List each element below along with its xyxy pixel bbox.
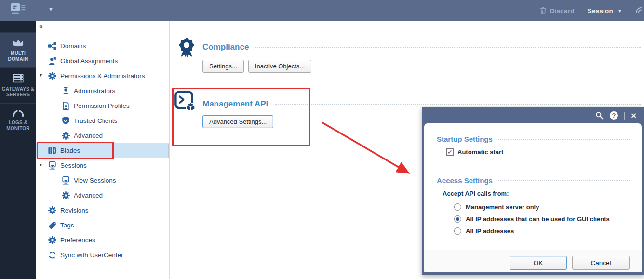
inactive-objects-button[interactable]: Inactive Objects... [248,60,311,73]
tree-item-preferences[interactable]: Preferences [36,233,169,248]
annotation-arrow [312,116,416,181]
tree-item-label: Advanced [74,132,103,139]
tree-item-label: Global Assignments [60,57,118,65]
dialog-content: Startup Settings ✓ Automatic start Acces… [424,123,642,272]
tree-item-label: Sessions [60,162,87,169]
left-rail: MULTI DOMAIN GATEWAYS & SERVERS LOGS & M… [0,21,36,279]
tree-item-tags[interactable]: Tags [36,218,169,233]
rail-item-logs-monitor[interactable]: LOGS & MONITOR [0,104,36,137]
automatic-start-checkbox-row[interactable]: ✓ Automatic start [446,148,503,156]
publish-icon [635,7,643,14]
trusted-clients-icon [62,117,70,125]
tree-item-label: Preferences [60,237,95,244]
compliance-section-header: Compliance [202,41,641,53]
tree-item-administrators[interactable]: Administrators [36,83,169,98]
annotation-blades-highlight-box [37,142,114,159]
annotation-management-api-highlight-box [172,88,310,146]
tree-item-label: Advanced [74,192,103,199]
rail-item-multi-domain[interactable]: MULTI DOMAIN [0,33,36,68]
tree-item-label: View Sessions [74,177,116,184]
cancel-button[interactable]: Cancel [572,256,630,270]
permission-profile-icon [62,102,70,110]
gear-icon [48,206,56,214]
tree-item-label: Permissions & Administrators [60,72,145,80]
tree-item-sessions[interactable]: ▾Sessions [36,158,169,173]
domains-icon [48,42,56,50]
app-window: ▼ Discard Session ▼ P MULTI DOMAIN [0,0,644,279]
tree-item-permission-profiles[interactable]: Permission Profiles [36,98,169,113]
collapse-panel-button[interactable]: « [39,22,43,30]
tree-item-label: Tags [60,222,74,229]
tree-item-sync-with-usercenter[interactable]: Sync with UserCenter [36,248,169,263]
expand-caret-icon[interactable]: ▾ [40,73,42,78]
tree-item-view-sessions[interactable]: View Sessions [36,173,169,188]
rail-label: GATEWAYS & SERVERS [2,86,35,98]
gauge-icon [13,109,24,117]
help-icon[interactable]: ? [610,111,618,120]
ok-button[interactable]: OK [510,256,567,270]
dotted-divider [275,104,641,105]
compliance-icon [176,38,197,58]
tree-item-global-assignments[interactable]: Global Assignments [36,53,169,68]
radio-icon[interactable] [454,227,461,235]
radio-icon[interactable] [454,215,461,223]
session-label: Session [588,7,613,14]
discard-button[interactable]: Discard [540,7,575,14]
session-caret-icon: ▼ [617,8,622,13]
servers-icon [13,74,24,83]
radio-all-ip-gui-clients[interactable]: All IP addresses that can be used for GU… [454,215,610,223]
sessions-icon [48,161,56,170]
tree-item-revisions[interactable]: Revisions [36,203,169,218]
topbar-separator [629,7,629,15]
accept-api-calls-label: Accept API calls from: [443,190,509,197]
top-menu-bar: ▼ Discard Session ▼ P [0,0,644,21]
dotted-divider [498,180,630,181]
compliance-settings-button[interactable]: Settings... [202,60,244,73]
global-assignments-icon [48,57,56,65]
rail-label: LOGS & MONITOR [2,120,35,132]
close-icon[interactable]: × [631,111,636,120]
tree-item-permissions-administrators[interactable]: ▾Permissions & Administrators [36,68,169,83]
radio-management-server-only[interactable]: Management server only [454,203,539,211]
gear-icon [48,72,56,80]
tree-item-label: Revisions [60,207,89,214]
tree-item-label: Sync with UserCenter [60,252,123,259]
automatic-start-checkbox[interactable]: ✓ [446,148,454,156]
administrator-icon [62,87,70,95]
tree-item-domains[interactable]: Domains [36,39,169,53]
access-settings-heading: Access Settings [437,176,493,185]
trash-icon [540,7,547,14]
gear-icon [62,191,70,199]
expand-caret-icon[interactable]: ▾ [40,162,42,167]
app-menu-caret-icon[interactable]: ▼ [48,6,54,12]
tree-item-advanced[interactable]: Advanced [36,188,169,203]
dialog-footer: OK Cancel [424,250,642,272]
dotted-divider [255,47,641,48]
tree-item-trusted-clients[interactable]: Trusted Clients [36,113,169,128]
session-menu-button[interactable]: Session ▼ [588,7,622,14]
gear-icon [62,132,70,140]
topbar-separator [581,7,581,15]
tree-item-label: Domains [60,42,86,50]
radio-all-ip-addresses[interactable]: All IP addresses [454,227,514,235]
dialog-titlebar: ? × [422,107,644,123]
tree-item-label: Administrators [74,87,115,94]
radio-icon[interactable] [454,203,461,211]
gear-icon [48,236,56,244]
app-menu-button[interactable] [11,3,26,15]
rail-label: MULTI DOMAIN [2,51,35,62]
publish-button[interactable]: P [635,7,644,14]
tree-scrollbar[interactable] [168,144,169,158]
discard-label: Discard [550,7,575,14]
tree-item-label: Permission Profiles [74,102,130,109]
tag-icon [48,221,56,229]
tree-item-advanced[interactable]: Advanced [36,128,169,143]
advanced-settings-dialog: ? × Startup Settings ✓ Automatic start A… [422,107,644,275]
search-icon[interactable] [595,111,604,120]
titlebar-separator [624,112,625,120]
app-logo-icon [11,3,26,15]
sessions-icon [62,176,70,185]
tree-item-label: Trusted Clients [74,117,117,124]
sync-icon [48,251,56,259]
rail-item-gateways-servers[interactable]: GATEWAYS & SERVERS [0,68,36,104]
